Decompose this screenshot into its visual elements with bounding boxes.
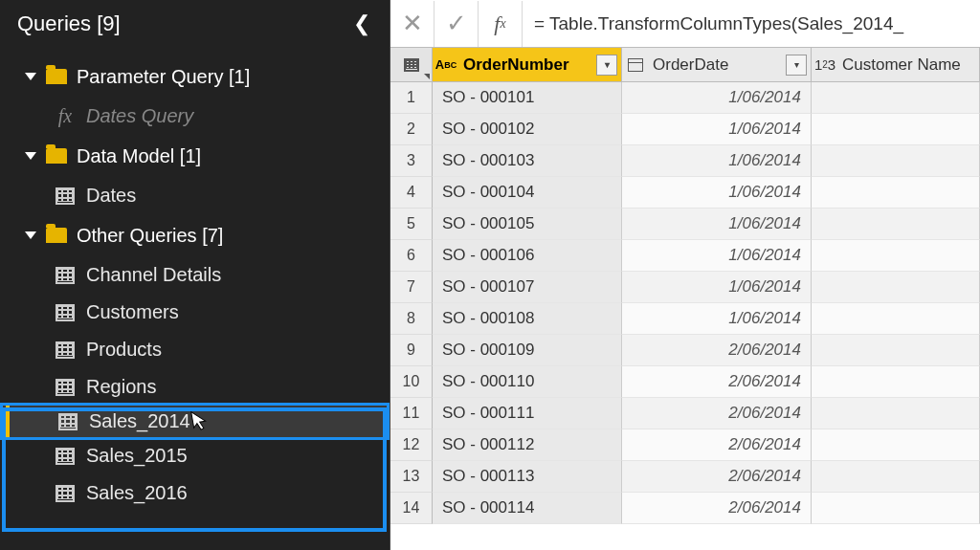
cell-orderdate[interactable]: 2/06/2014 bbox=[622, 429, 812, 461]
table-icon bbox=[56, 341, 75, 359]
table-row[interactable]: 1SO - 0001011/06/2014 bbox=[390, 82, 980, 114]
table-row[interactable]: 2SO - 0001021/06/2014 bbox=[390, 114, 980, 145]
query-item-sales-2016[interactable]: Sales_2016 bbox=[0, 474, 390, 512]
cell-orderdate[interactable]: 1/06/2014 bbox=[622, 240, 812, 272]
cell-ordernumber[interactable]: SO - 000105 bbox=[433, 209, 622, 240]
cell-customer[interactable] bbox=[812, 493, 980, 524]
table-row[interactable]: 8SO - 0001081/06/2014 bbox=[390, 303, 980, 335]
column-header-ordernumber[interactable]: ABC OrderNumber ▾ bbox=[433, 48, 622, 82]
item-label: Sales_2016 bbox=[86, 482, 188, 504]
expand-icon bbox=[25, 152, 36, 160]
cell-orderdate[interactable]: 1/06/2014 bbox=[622, 114, 812, 145]
row-number[interactable]: 5 bbox=[390, 209, 433, 240]
cell-ordernumber[interactable]: SO - 000101 bbox=[433, 82, 622, 114]
row-number[interactable]: 9 bbox=[390, 335, 433, 366]
row-number[interactable]: 7 bbox=[390, 272, 433, 303]
group-parameter-query[interactable]: Parameter Query [1] bbox=[0, 55, 390, 98]
row-number[interactable]: 11 bbox=[390, 398, 433, 429]
fx-button[interactable]: fx bbox=[479, 1, 523, 47]
row-number[interactable]: 4 bbox=[390, 177, 433, 209]
query-item-customers[interactable]: Customers bbox=[0, 294, 390, 331]
column-filter-button[interactable]: ▾ bbox=[786, 55, 807, 76]
cell-customer[interactable] bbox=[812, 240, 980, 272]
cell-orderdate[interactable]: 2/06/2014 bbox=[622, 493, 812, 524]
table-row[interactable]: 14SO - 0001142/06/2014 bbox=[390, 493, 980, 524]
cell-customer[interactable] bbox=[812, 429, 980, 461]
commit-formula-button[interactable]: ✓ bbox=[434, 1, 479, 47]
table-row[interactable]: 12SO - 0001122/06/2014 bbox=[390, 429, 980, 461]
column-filter-button[interactable]: ▾ bbox=[596, 55, 617, 76]
cell-orderdate[interactable]: 1/06/2014 bbox=[622, 177, 812, 209]
cell-ordernumber[interactable]: SO - 000103 bbox=[433, 145, 622, 177]
cell-ordernumber[interactable]: SO - 000113 bbox=[433, 461, 622, 493]
cell-ordernumber[interactable]: SO - 000107 bbox=[433, 272, 622, 303]
query-item-dates[interactable]: Dates bbox=[0, 177, 390, 214]
query-item-dates-query[interactable]: fx Dates Query bbox=[0, 98, 390, 135]
row-number[interactable]: 1 bbox=[390, 82, 433, 114]
cell-orderdate[interactable]: 2/06/2014 bbox=[622, 335, 812, 366]
table-row[interactable]: 6SO - 0001061/06/2014 bbox=[390, 240, 980, 272]
grid-header-row: ABC OrderNumber ▾ OrderDate ▾ 123 Custom… bbox=[390, 48, 980, 82]
cell-ordernumber[interactable]: SO - 000109 bbox=[433, 335, 622, 366]
query-item-sales-2014[interactable]: Sales_2014 bbox=[0, 403, 390, 440]
collapse-sidebar-icon[interactable]: ❮ bbox=[349, 8, 374, 40]
cell-orderdate[interactable]: 1/06/2014 bbox=[622, 145, 812, 177]
cell-customer[interactable] bbox=[812, 145, 980, 177]
row-number[interactable]: 12 bbox=[390, 429, 433, 461]
fx-icon: fx bbox=[56, 105, 75, 127]
table-row[interactable]: 4SO - 0001041/06/2014 bbox=[390, 177, 980, 209]
row-number[interactable]: 8 bbox=[390, 303, 433, 335]
cell-ordernumber[interactable]: SO - 000112 bbox=[433, 429, 622, 461]
table-row[interactable]: 7SO - 0001071/06/2014 bbox=[390, 272, 980, 303]
table-icon bbox=[58, 413, 78, 430]
cell-customer[interactable] bbox=[812, 114, 980, 145]
table-row[interactable]: 10SO - 0001102/06/2014 bbox=[390, 366, 980, 398]
column-header-customername[interactable]: 123 Customer Name bbox=[812, 48, 980, 82]
cell-customer[interactable] bbox=[812, 366, 980, 398]
cell-customer[interactable] bbox=[812, 461, 980, 493]
select-all-corner[interactable] bbox=[390, 48, 433, 82]
table-row[interactable]: 11SO - 0001112/06/2014 bbox=[390, 398, 980, 429]
cell-ordernumber[interactable]: SO - 000108 bbox=[433, 303, 622, 335]
cancel-formula-button[interactable]: ✕ bbox=[390, 1, 434, 47]
row-number[interactable]: 2 bbox=[390, 114, 433, 145]
cell-customer[interactable] bbox=[812, 398, 980, 429]
cell-orderdate[interactable]: 1/06/2014 bbox=[622, 303, 812, 335]
cell-orderdate[interactable]: 1/06/2014 bbox=[622, 82, 812, 114]
query-item-products[interactable]: Products bbox=[0, 331, 390, 368]
table-row[interactable]: 3SO - 0001031/06/2014 bbox=[390, 145, 980, 177]
row-number[interactable]: 6 bbox=[390, 240, 433, 272]
cell-orderdate[interactable]: 2/06/2014 bbox=[622, 398, 812, 429]
cell-customer[interactable] bbox=[812, 303, 980, 335]
cell-customer[interactable] bbox=[812, 82, 980, 114]
cell-ordernumber[interactable]: SO - 000110 bbox=[433, 366, 622, 398]
table-row[interactable]: 13SO - 0001132/06/2014 bbox=[390, 461, 980, 493]
cell-ordernumber[interactable]: SO - 000111 bbox=[433, 398, 622, 429]
column-header-orderdate[interactable]: OrderDate ▾ bbox=[622, 48, 812, 82]
cell-orderdate[interactable]: 2/06/2014 bbox=[622, 461, 812, 493]
cell-ordernumber[interactable]: SO - 000106 bbox=[433, 240, 622, 272]
expand-icon bbox=[25, 231, 36, 239]
cell-customer[interactable] bbox=[812, 272, 980, 303]
cell-ordernumber[interactable]: SO - 000104 bbox=[433, 177, 622, 209]
cell-orderdate[interactable]: 2/06/2014 bbox=[622, 366, 812, 398]
table-row[interactable]: 9SO - 0001092/06/2014 bbox=[390, 335, 980, 366]
cell-customer[interactable] bbox=[812, 335, 980, 366]
query-item-channel-details[interactable]: Channel Details bbox=[0, 256, 390, 294]
row-number[interactable]: 3 bbox=[390, 145, 433, 177]
cell-ordernumber[interactable]: SO - 000114 bbox=[433, 493, 622, 524]
cell-customer[interactable] bbox=[812, 209, 980, 240]
cell-ordernumber[interactable]: SO - 000102 bbox=[433, 114, 622, 145]
group-other-queries[interactable]: Other Queries [7] bbox=[0, 214, 390, 256]
query-item-regions[interactable]: Regions bbox=[0, 368, 390, 406]
cell-orderdate[interactable]: 1/06/2014 bbox=[622, 272, 812, 303]
row-number[interactable]: 13 bbox=[390, 461, 433, 493]
row-number[interactable]: 14 bbox=[390, 493, 433, 524]
cell-customer[interactable] bbox=[812, 177, 980, 209]
row-number[interactable]: 10 bbox=[390, 366, 433, 398]
group-data-model[interactable]: Data Model [1] bbox=[0, 135, 390, 177]
cell-orderdate[interactable]: 1/06/2014 bbox=[622, 209, 812, 240]
table-row[interactable]: 5SO - 0001051/06/2014 bbox=[390, 209, 980, 240]
formula-input[interactable] bbox=[523, 0, 980, 47]
query-item-sales-2015[interactable]: Sales_2015 bbox=[0, 437, 390, 474]
